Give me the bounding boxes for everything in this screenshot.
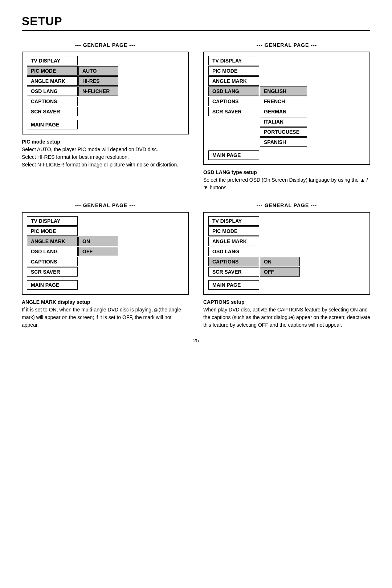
menu-row-angle-mark-bl: ANGLE MARK ON [27, 237, 184, 246]
menu-item-scr-saver-br[interactable]: SCR SAVER [208, 267, 259, 277]
lang-option-french[interactable]: FRENCH [260, 97, 307, 106]
menu-item-main-page-tl[interactable]: MAIN PAGE [27, 120, 78, 129]
menu-row-angle-mark-br: ANGLE MARK [208, 237, 365, 246]
bottom-right-description: CAPTIONS setup When play DVD disc, activ… [203, 298, 370, 329]
top-right-menu-box: TV DISPLAY PIC MODE ANGLE MARK OSD LANG … [203, 52, 370, 165]
menu-row-scr-saver-bl: SCR SAVER [27, 267, 184, 277]
lang-options-group: ENGLISH FRENCH GERMAN ITALIAN PORTUGUESE… [260, 86, 307, 147]
bottom-left-section: --- GENERAL PAGE --- TV DISPLAY PIC MODE… [22, 202, 189, 329]
menu-row-tv-display-br: TV DISPLAY [208, 216, 365, 226]
menu-item-angle-mark-br[interactable]: ANGLE MARK [208, 237, 259, 246]
menu-item-angle-mark-bl[interactable]: ANGLE MARK [27, 237, 78, 246]
menu-row-tv-display-tl: TV DISPLAY [27, 56, 184, 65]
menu-item-captions-tl[interactable]: CAPTIONS [27, 97, 78, 106]
top-right-section: --- GENERAL PAGE --- TV DISPLAY PIC MODE… [203, 42, 370, 192]
lang-option-german[interactable]: GERMAN [260, 107, 307, 116]
bottom-right-menu-box: TV DISPLAY PIC MODE ANGLE MARK OSD LANG … [203, 212, 370, 295]
menu-row-main-page-bl: MAIN PAGE [27, 280, 184, 290]
bottom-left-menu-box: TV DISPLAY PIC MODE ANGLE MARK ON OSD LA… [22, 212, 189, 295]
bottom-left-desc-body: If it is set to ON, when the multi-angle… [22, 307, 181, 328]
menu-item-pic-mode-bl[interactable]: PIC MODE [27, 226, 78, 236]
top-right-section-title: --- GENERAL PAGE --- [203, 42, 370, 48]
bottom-left-desc-title: ANGLE MARK display setup [22, 299, 90, 305]
top-left-menu-box: TV DISPLAY PIC MODE AUTO ANGLE MARK HI-R… [22, 52, 189, 134]
menu-item-tv-display-tl[interactable]: TV DISPLAY [27, 56, 78, 65]
menu-item-tv-display-tr[interactable]: TV DISPLAY [208, 56, 259, 65]
menu-item-scr-saver-tr[interactable]: SCR SAVER [208, 107, 259, 116]
menu-item-main-page-tr[interactable]: MAIN PAGE [208, 150, 259, 160]
page-title: SETUP [22, 15, 370, 31]
bottom-right-section-title: --- GENERAL PAGE --- [203, 202, 370, 208]
menu-item-pic-mode-tl[interactable]: PIC MODE [27, 66, 78, 76]
menu-row-captions-tl: CAPTIONS [27, 97, 184, 106]
menu-row-pic-mode-br: PIC MODE [208, 226, 365, 236]
menu-item-tv-display-br[interactable]: TV DISPLAY [208, 216, 259, 226]
menu-item-scr-saver-bl[interactable]: SCR SAVER [27, 267, 78, 277]
menu-row-captions-br: CAPTIONS ON [208, 257, 365, 266]
menu-item-scr-saver-tl[interactable]: SCR SAVER [27, 107, 78, 116]
menu-row-main-page-br: MAIN PAGE [208, 280, 365, 290]
menu-row-angle-mark-tl: ANGLE MARK HI-RES [27, 76, 184, 86]
menu-option-auto[interactable]: AUTO [78, 66, 118, 76]
menu-option-nflicker[interactable]: N-FLICKER [78, 86, 118, 96]
menu-option-on-br[interactable]: ON [260, 257, 300, 266]
menu-item-pic-mode-tr[interactable]: PIC MODE [208, 66, 259, 76]
menu-row-tv-display-bl: TV DISPLAY [27, 216, 184, 226]
menu-option-off-bl[interactable]: OFF [78, 247, 118, 256]
menu-row-osd-lang-tr: OSD LANG CAPTIONS SCR SAVER ENGLISH FREN… [208, 86, 365, 147]
menu-row-main-page-tr: MAIN PAGE [208, 150, 365, 160]
top-left-section-title: --- GENERAL PAGE --- [22, 42, 189, 48]
bottom-left-description: ANGLE MARK display setup If it is set to… [22, 298, 189, 329]
bottom-right-desc-title: CAPTIONS setup [203, 299, 245, 305]
menu-item-angle-mark-tl[interactable]: ANGLE MARK [27, 76, 78, 86]
bottom-right-desc-body: When play DVD disc, activte the CAPTIONS… [203, 307, 370, 328]
menu-item-main-page-bl[interactable]: MAIN PAGE [27, 280, 78, 290]
menu-row-main-page-tl: MAIN PAGE [27, 120, 184, 129]
bottom-right-section: --- GENERAL PAGE --- TV DISPLAY PIC MODE… [203, 202, 370, 329]
menu-item-osd-lang-br[interactable]: OSD LANG [208, 247, 259, 256]
menu-item-tv-display-bl[interactable]: TV DISPLAY [27, 216, 78, 226]
top-right-desc-body: Select the preferred OSD (On Screen Disp… [203, 177, 368, 190]
lang-option-portuguese[interactable]: PORTUGUESE [260, 127, 307, 137]
menu-row-osd-lang-bl: OSD LANG OFF [27, 247, 184, 256]
menu-option-hires[interactable]: HI-RES [78, 76, 118, 86]
top-left-desc-title: PIC mode setup [22, 139, 60, 145]
menu-row-captions-bl: CAPTIONS [27, 257, 184, 266]
menu-row-pic-mode-tl: PIC MODE AUTO [27, 66, 184, 76]
menu-row-pic-mode-bl: PIC MODE [27, 226, 184, 236]
menu-item-osd-lang-tl[interactable]: OSD LANG [27, 86, 78, 96]
top-left-section: --- GENERAL PAGE --- TV DISPLAY PIC MODE… [22, 42, 189, 192]
page-number: 25 [22, 338, 370, 343]
menu-item-captions-br[interactable]: CAPTIONS [208, 257, 259, 266]
menu-row-osd-lang-br: OSD LANG [208, 247, 365, 256]
menu-item-captions-bl[interactable]: CAPTIONS [27, 257, 78, 266]
top-right-desc-title: OSD LANG type setup [203, 169, 257, 175]
menu-row-tv-display-tr: TV DISPLAY [208, 56, 365, 65]
menu-item-main-page-br[interactable]: MAIN PAGE [208, 280, 259, 290]
bottom-left-section-title: --- GENERAL PAGE --- [22, 202, 189, 208]
menu-row-scr-saver-br: SCR SAVER OFF [208, 267, 365, 277]
lang-option-italian[interactable]: ITALIAN [260, 117, 307, 126]
menu-item-captions-tr[interactable]: CAPTIONS [208, 97, 259, 106]
menu-option-off-br[interactable]: OFF [260, 267, 300, 277]
lang-option-english[interactable]: ENGLISH [260, 86, 307, 96]
menu-item-osd-lang-bl[interactable]: OSD LANG [27, 247, 78, 256]
top-left-description: PIC mode setup Select AUTO, the player P… [22, 138, 189, 169]
menu-item-osd-lang-tr[interactable]: OSD LANG [208, 86, 259, 96]
menu-row-osd-lang-tl: OSD LANG N-FLICKER [27, 86, 184, 96]
top-left-desc-body: Select AUTO, the player PIC mode will de… [22, 146, 178, 168]
menu-item-angle-mark-tr[interactable]: ANGLE MARK [208, 76, 259, 86]
menu-item-pic-mode-br[interactable]: PIC MODE [208, 226, 259, 236]
menu-row-angle-mark-tr: ANGLE MARK [208, 76, 365, 86]
top-right-description: OSD LANG type setup Select the preferred… [203, 169, 370, 192]
menu-option-on-bl[interactable]: ON [78, 237, 118, 246]
menu-row-pic-mode-tr: PIC MODE [208, 66, 365, 76]
lang-option-spanish[interactable]: SPANISH [260, 137, 307, 147]
menu-row-scr-saver-tl: SCR SAVER [27, 107, 184, 116]
